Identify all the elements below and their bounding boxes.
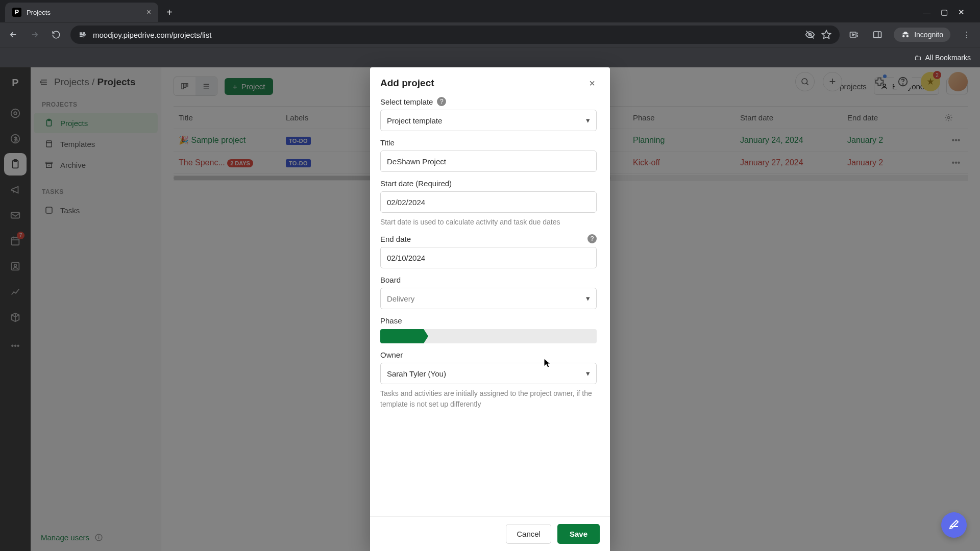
rail-more[interactable]: ••• bbox=[4, 335, 27, 357]
owner-select[interactable]: Sarah Tyler (You) ▾ bbox=[380, 363, 597, 384]
svg-rect-19 bbox=[11, 213, 20, 218]
window-controls: — ▢ ✕ bbox=[923, 8, 975, 17]
modal-header: Add project × bbox=[370, 67, 610, 97]
list-view-icon[interactable] bbox=[195, 77, 217, 95]
rail-focus[interactable] bbox=[4, 102, 27, 124]
bookmark-star-icon[interactable] bbox=[821, 30, 831, 40]
project-link[interactable]: The Spenc... bbox=[179, 158, 225, 167]
manage-users-link[interactable]: Manage users bbox=[41, 533, 103, 542]
label-badge: TO-DO bbox=[286, 137, 311, 145]
app-viewport: P 7 ••• Projects / Projects PROJECTS Pro… bbox=[0, 67, 980, 551]
sidepanel-icon[interactable] bbox=[870, 28, 885, 42]
row-more-icon[interactable]: ••• bbox=[944, 158, 968, 167]
svg-point-5 bbox=[83, 36, 84, 37]
browser-chrome: P Projects × + — ▢ ✕ moodjoy.pipedrive.c… bbox=[0, 0, 980, 67]
browser-tab[interactable]: P Projects × bbox=[5, 3, 158, 22]
phase-link[interactable]: Planning bbox=[633, 136, 665, 144]
save-button[interactable]: Save bbox=[557, 524, 600, 544]
svg-point-15 bbox=[11, 109, 20, 118]
label-badge: TO-DO bbox=[286, 159, 311, 167]
row-more-icon[interactable]: ••• bbox=[944, 136, 968, 145]
sidebar-item-tasks[interactable]: Tasks bbox=[34, 200, 158, 220]
collapse-sidebar-icon[interactable] bbox=[39, 77, 49, 87]
svg-rect-1 bbox=[80, 34, 84, 35]
project-link[interactable]: Sample project bbox=[191, 136, 246, 144]
col-title[interactable]: Title bbox=[174, 109, 281, 126]
reload-icon[interactable] bbox=[49, 28, 63, 42]
phase-link[interactable]: Kick-off bbox=[633, 158, 660, 167]
modal-body: Select template ? Project template ▾ Tit… bbox=[370, 97, 610, 516]
incognito-label: Incognito bbox=[914, 31, 943, 39]
help-fab[interactable] bbox=[941, 512, 967, 538]
help-icon[interactable]: ? bbox=[587, 234, 597, 243]
app-topbar: + 2 bbox=[783, 67, 980, 96]
help-button[interactable] bbox=[893, 72, 913, 91]
col-end[interactable]: End date bbox=[842, 109, 944, 126]
rail-deals[interactable] bbox=[4, 128, 27, 150]
sidebar-item-templates[interactable]: Templates bbox=[34, 134, 158, 154]
close-icon[interactable]: × bbox=[146, 8, 151, 17]
board-view-icon[interactable] bbox=[174, 77, 195, 95]
sidebar-item-archive[interactable]: Archive bbox=[34, 155, 158, 175]
svg-rect-41 bbox=[184, 84, 186, 88]
back-icon[interactable] bbox=[6, 28, 20, 42]
rail-projects[interactable] bbox=[4, 153, 27, 176]
modal-footer: Cancel Save bbox=[370, 516, 610, 551]
template-select[interactable]: Project template ▾ bbox=[380, 110, 597, 131]
app-logo[interactable]: P bbox=[6, 73, 24, 92]
svg-point-39 bbox=[99, 536, 99, 536]
phase-segment[interactable] bbox=[467, 329, 510, 343]
media-icon[interactable] bbox=[847, 28, 861, 42]
close-window-icon[interactable]: ✕ bbox=[958, 8, 965, 17]
help-icon[interactable]: ? bbox=[437, 97, 446, 106]
phase-segment[interactable] bbox=[553, 329, 597, 343]
avatar[interactable] bbox=[948, 72, 968, 91]
date-link[interactable]: January 2 bbox=[847, 136, 883, 144]
breadcrumb-text: Projects / Projects bbox=[54, 77, 135, 88]
view-toggle bbox=[174, 77, 217, 96]
minimize-icon[interactable]: — bbox=[923, 8, 930, 17]
rail-activities[interactable]: 7 bbox=[4, 230, 27, 252]
bookmark-bar: 🗀 All Bookmarks bbox=[0, 47, 980, 67]
close-icon[interactable]: × bbox=[584, 76, 600, 91]
rail-contacts[interactable] bbox=[4, 255, 27, 278]
rail-campaigns[interactable] bbox=[4, 179, 27, 201]
title-input[interactable]: DeShawn Project bbox=[380, 151, 597, 172]
date-link[interactable]: January 24, 2024 bbox=[740, 136, 803, 144]
forward-icon bbox=[28, 28, 42, 42]
add-project-button[interactable]: + Project bbox=[225, 78, 273, 95]
col-phase[interactable]: Phase bbox=[628, 109, 735, 126]
maximize-icon[interactable]: ▢ bbox=[941, 8, 948, 17]
phase-segment[interactable] bbox=[510, 329, 553, 343]
rail-insights[interactable] bbox=[4, 281, 27, 303]
browser-toolbar: moodjoy.pipedrive.com/projects/list Inco… bbox=[0, 22, 980, 47]
search-button[interactable] bbox=[795, 72, 815, 91]
cancel-button[interactable]: Cancel bbox=[506, 524, 551, 544]
board-select[interactable]: Delivery ▾ bbox=[380, 288, 597, 309]
rail-mail[interactable] bbox=[4, 204, 27, 227]
all-bookmarks[interactable]: All Bookmarks bbox=[925, 54, 971, 62]
date-link[interactable]: January 27, 2024 bbox=[740, 158, 803, 167]
url-bar[interactable]: moodjoy.pipedrive.com/projects/list bbox=[70, 26, 840, 44]
start-date-input[interactable]: 02/02/2024 bbox=[380, 191, 597, 213]
table-settings-icon[interactable] bbox=[944, 113, 968, 122]
end-date-input[interactable]: 02/10/2024 bbox=[380, 247, 597, 268]
site-settings-icon[interactable] bbox=[79, 31, 87, 39]
alerts-button[interactable]: 2 bbox=[921, 72, 940, 91]
browser-menu-icon[interactable]: ⋮ bbox=[960, 28, 974, 42]
extensions-icon[interactable] bbox=[874, 76, 885, 87]
date-link[interactable]: January 2 bbox=[847, 158, 883, 167]
quick-add-button[interactable]: + bbox=[823, 72, 842, 91]
phase-segment[interactable] bbox=[424, 329, 467, 343]
phase-selector[interactable] bbox=[380, 329, 597, 343]
modal-title: Add project bbox=[380, 78, 434, 89]
new-tab-button[interactable]: + bbox=[159, 7, 180, 18]
phase-segment[interactable] bbox=[380, 329, 424, 343]
col-start[interactable]: Start date bbox=[735, 109, 842, 126]
rail-products[interactable] bbox=[4, 306, 27, 329]
eye-off-icon[interactable] bbox=[805, 30, 815, 40]
sidebar-item-projects[interactable]: Projects bbox=[34, 113, 158, 133]
url-text: moodjoy.pipedrive.com/projects/list bbox=[93, 31, 799, 39]
cursor-icon bbox=[544, 358, 551, 368]
incognito-chip[interactable]: Incognito bbox=[894, 28, 950, 42]
